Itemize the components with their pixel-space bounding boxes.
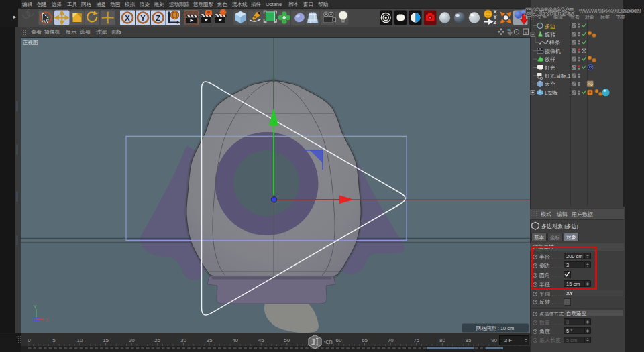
svg-text:灯光: 灯光: [544, 65, 555, 71]
svg-text:摄像机: 摄像机: [544, 48, 561, 54]
svg-text:40: 40: [232, 337, 238, 343]
svg-text:35: 35: [207, 337, 213, 343]
svg-text:50: 50: [284, 337, 290, 343]
svg-text:·cn: ·cn: [323, 338, 333, 345]
svg-text:Y: Y: [140, 14, 146, 22]
svg-text:30: 30: [180, 337, 186, 343]
svg-text:X: X: [46, 318, 49, 322]
svg-text:10: 10: [77, 337, 83, 343]
svg-text:多边: 多边: [545, 23, 555, 30]
svg-text:0: 0: [28, 337, 31, 343]
svg-text:90: 90: [491, 337, 497, 343]
svg-text:天空: 天空: [545, 81, 555, 87]
svg-text:65: 65: [362, 337, 368, 343]
svg-text:旋转: 旋转: [545, 32, 555, 38]
svg-text:85: 85: [466, 337, 472, 343]
svg-text:网格间距 : 10 cm: 网格间距 : 10 cm: [476, 325, 515, 331]
svg-text:放样: 放样: [545, 56, 555, 62]
svg-text:样条: 样条: [549, 40, 560, 46]
svg-text:25: 25: [154, 337, 160, 343]
svg-text:20: 20: [129, 337, 135, 343]
svg-text:5: 5: [52, 337, 56, 343]
svg-text:15: 15: [103, 337, 109, 343]
svg-text:Z: Z: [494, 19, 497, 25]
svg-text:X: X: [125, 14, 130, 22]
svg-text:70: 70: [388, 337, 394, 343]
svg-text:80: 80: [439, 337, 445, 343]
svg-text:Y: Y: [34, 304, 37, 309]
svg-text:灯光.目标.1: 灯光.目标.1: [544, 73, 570, 79]
svg-text:75: 75: [413, 337, 419, 343]
svg-text:L型板: L型板: [545, 90, 558, 96]
svg-text:60: 60: [336, 337, 342, 343]
svg-text:45: 45: [258, 337, 264, 343]
svg-text:正视图: 正视图: [23, 40, 38, 46]
svg-text:Z: Z: [156, 14, 160, 22]
